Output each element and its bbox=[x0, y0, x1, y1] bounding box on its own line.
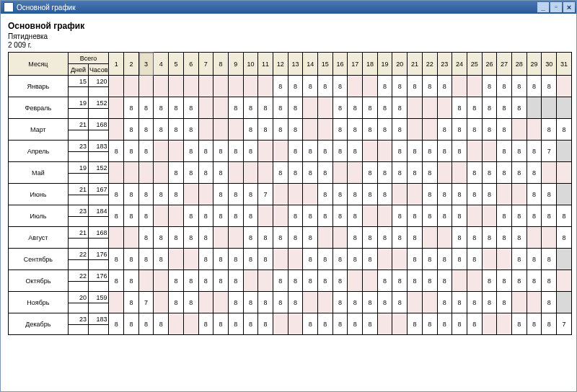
month-3[interactable]: Апрель bbox=[9, 141, 69, 162]
cell-9-9[interactable]: 8 bbox=[228, 270, 243, 292]
cell-2-8[interactable] bbox=[213, 119, 229, 141]
cell-8-14[interactable]: 8 bbox=[303, 249, 318, 270]
cell-7-24[interactable]: 8 bbox=[452, 227, 467, 249]
col-day-27[interactable]: 27 bbox=[497, 53, 512, 76]
month-4-days-sub[interactable] bbox=[68, 174, 88, 184]
cell-0-8[interactable] bbox=[213, 76, 229, 97]
cell-1-28[interactable]: 8 bbox=[511, 97, 527, 119]
cell-2-27[interactable]: 8 bbox=[497, 119, 512, 141]
cell-8-27[interactable] bbox=[497, 249, 512, 270]
cell-7-29[interactable] bbox=[527, 227, 542, 249]
cell-5-9[interactable]: 8 bbox=[228, 184, 243, 205]
cell-3-4[interactable] bbox=[154, 141, 169, 162]
cell-2-31[interactable]: 8 bbox=[557, 119, 572, 141]
cell-3-24[interactable]: 8 bbox=[452, 141, 467, 162]
cell-1-31[interactable] bbox=[557, 97, 572, 119]
cell-3-17[interactable]: 8 bbox=[348, 141, 363, 162]
col-day-19[interactable]: 19 bbox=[377, 53, 392, 76]
cell-5-15[interactable]: 8 bbox=[318, 184, 333, 205]
cell-11-25[interactable]: 8 bbox=[467, 313, 482, 335]
month-2[interactable]: Март bbox=[9, 119, 69, 141]
cell-11-12[interactable] bbox=[273, 313, 288, 335]
month-1[interactable]: Февраль bbox=[9, 97, 69, 119]
cell-4-2[interactable] bbox=[124, 162, 139, 184]
cell-2-20[interactable]: 8 bbox=[392, 119, 408, 141]
cell-6-19[interactable] bbox=[377, 205, 392, 227]
cell-9-10[interactable] bbox=[243, 270, 258, 292]
cell-10-7[interactable] bbox=[198, 292, 213, 313]
col-day-29[interactable]: 29 bbox=[527, 53, 542, 76]
cell-2-16[interactable]: 8 bbox=[332, 119, 348, 141]
cell-9-12[interactable]: 8 bbox=[273, 270, 288, 292]
cell-3-1[interactable]: 8 bbox=[109, 141, 124, 162]
month-4-days[interactable]: 19 bbox=[68, 162, 88, 174]
cell-0-21[interactable]: 8 bbox=[408, 76, 423, 97]
month-5-hours[interactable]: 167 bbox=[89, 184, 109, 195]
col-day-31[interactable]: 31 bbox=[557, 53, 572, 76]
cell-8-22[interactable]: 8 bbox=[422, 249, 437, 270]
cell-11-26[interactable] bbox=[482, 313, 497, 335]
col-day-9[interactable]: 9 bbox=[228, 53, 243, 76]
cell-5-5[interactable]: 8 bbox=[169, 184, 184, 205]
cell-1-21[interactable] bbox=[408, 97, 423, 119]
col-day-25[interactable]: 25 bbox=[467, 53, 482, 76]
cell-9-14[interactable]: 8 bbox=[303, 270, 318, 292]
cell-4-29[interactable]: 8 bbox=[527, 162, 542, 184]
cell-7-3[interactable]: 8 bbox=[138, 227, 154, 249]
month-3-hours-sub[interactable] bbox=[89, 152, 109, 162]
cell-8-16[interactable]: 8 bbox=[332, 249, 348, 270]
cell-4-23[interactable] bbox=[437, 162, 452, 184]
cell-8-30[interactable]: 8 bbox=[542, 249, 557, 270]
month-10-days-sub[interactable] bbox=[68, 303, 88, 313]
cell-7-14[interactable]: 8 bbox=[303, 227, 318, 249]
cell-9-20[interactable]: 8 bbox=[392, 270, 408, 292]
col-day-13[interactable]: 13 bbox=[288, 53, 303, 76]
month-7[interactable]: Август bbox=[9, 227, 69, 249]
cell-0-23[interactable]: 8 bbox=[437, 76, 452, 97]
cell-3-6[interactable]: 8 bbox=[183, 141, 198, 162]
cell-1-14[interactable] bbox=[303, 97, 318, 119]
cell-1-5[interactable]: 8 bbox=[169, 97, 184, 119]
cell-3-21[interactable]: 8 bbox=[408, 141, 423, 162]
cell-6-7[interactable]: 8 bbox=[198, 205, 213, 227]
cell-0-10[interactable] bbox=[243, 76, 258, 97]
cell-10-15[interactable] bbox=[318, 292, 333, 313]
cell-4-17[interactable] bbox=[348, 162, 363, 184]
cell-7-20[interactable]: 8 bbox=[392, 227, 408, 249]
cell-10-30[interactable]: 8 bbox=[542, 292, 557, 313]
cell-3-11[interactable] bbox=[258, 141, 273, 162]
cell-2-13[interactable]: 8 bbox=[288, 119, 303, 141]
cell-0-26[interactable]: 8 bbox=[482, 76, 497, 97]
month-2-days-sub[interactable] bbox=[68, 130, 88, 141]
cell-8-12[interactable] bbox=[273, 249, 288, 270]
cell-2-15[interactable] bbox=[318, 119, 333, 141]
cell-2-5[interactable]: 8 bbox=[169, 119, 184, 141]
cell-0-25[interactable] bbox=[467, 76, 482, 97]
cell-6-3[interactable]: 8 bbox=[138, 205, 154, 227]
cell-11-19[interactable] bbox=[377, 313, 392, 335]
cell-6-21[interactable]: 8 bbox=[408, 205, 423, 227]
cell-2-9[interactable] bbox=[228, 119, 243, 141]
cell-5-11[interactable]: 7 bbox=[258, 184, 273, 205]
cell-8-15[interactable]: 8 bbox=[318, 249, 333, 270]
cell-8-3[interactable]: 8 bbox=[138, 249, 154, 270]
month-4-hours-sub[interactable] bbox=[89, 174, 109, 184]
cell-6-23[interactable]: 8 bbox=[437, 205, 452, 227]
cell-2-25[interactable]: 8 bbox=[467, 119, 482, 141]
col-day-22[interactable]: 22 bbox=[422, 53, 437, 76]
cell-2-10[interactable]: 8 bbox=[243, 119, 258, 141]
cell-11-29[interactable]: 8 bbox=[527, 313, 542, 335]
month-0[interactable]: Январь bbox=[9, 76, 69, 97]
cell-7-9[interactable] bbox=[228, 227, 243, 249]
month-11[interactable]: Декабрь bbox=[9, 313, 69, 335]
col-day-12[interactable]: 12 bbox=[273, 53, 288, 76]
cell-11-20[interactable] bbox=[392, 313, 408, 335]
cell-4-31[interactable] bbox=[557, 162, 572, 184]
cell-9-22[interactable]: 8 bbox=[422, 270, 437, 292]
cell-9-5[interactable]: 8 bbox=[169, 270, 184, 292]
month-2-hours-sub[interactable] bbox=[89, 130, 109, 141]
cell-10-31[interactable] bbox=[557, 292, 572, 313]
cell-11-14[interactable]: 8 bbox=[303, 313, 318, 335]
col-day-21[interactable]: 21 bbox=[408, 53, 423, 76]
cell-3-10[interactable]: 8 bbox=[243, 141, 258, 162]
